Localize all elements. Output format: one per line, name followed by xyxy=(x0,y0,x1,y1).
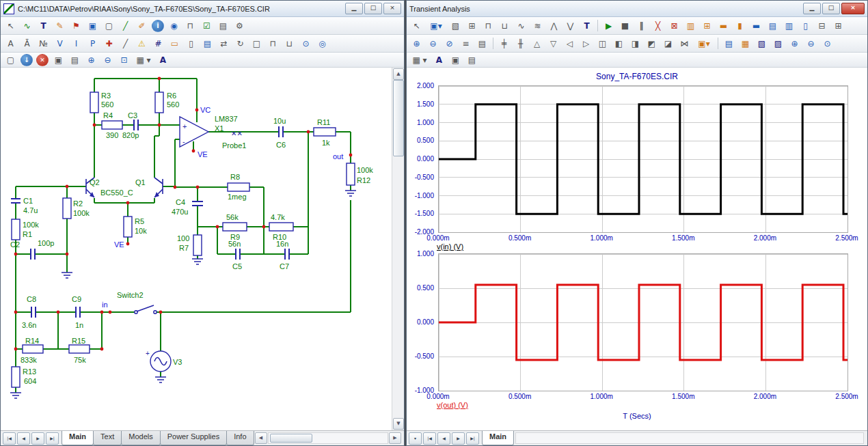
vscroll-thumb[interactable] xyxy=(393,80,404,156)
split-horizontal-icon[interactable]: ⊟ xyxy=(814,18,830,33)
list-view-icon[interactable]: ≡ xyxy=(458,36,474,51)
scope-menu-icon[interactable]: ▣▾ xyxy=(425,18,447,33)
digital-path-mode-icon[interactable]: ⊓ xyxy=(182,18,198,33)
font-select-icon[interactable]: A xyxy=(155,53,171,68)
go-first-button[interactable]: |◀ xyxy=(3,432,16,445)
data-points-toggle-icon[interactable]: ▥ xyxy=(683,18,699,33)
grid-select-icon[interactable]: ▦ ▾ xyxy=(409,53,431,68)
go-last-button[interactable]: ▶| xyxy=(466,432,479,445)
prev-point-icon[interactable]: ◁ xyxy=(562,36,578,51)
zoom-out-icon[interactable]: ⊖ xyxy=(100,53,116,68)
waveform-top-icon[interactable]: ⊓ xyxy=(480,18,496,33)
select-tool-icon[interactable]: ↖ xyxy=(3,18,18,33)
go-prev-button[interactable]: ◀ xyxy=(437,432,450,445)
zoom-plus-icon[interactable]: ⊕ xyxy=(787,36,802,51)
trace-label-1[interactable]: v(in) (V) xyxy=(437,242,463,251)
preferences-icon[interactable]: ⚙ xyxy=(232,18,247,33)
attribute-text-display-icon[interactable]: A xyxy=(3,36,18,51)
panel-two-icon[interactable]: ▤ xyxy=(765,18,781,33)
waveform-valley-icon[interactable]: ⋁ xyxy=(562,18,578,33)
copy-tool-icon[interactable]: ▣ xyxy=(448,53,463,68)
probe-cross-icon[interactable]: ╳ xyxy=(650,18,666,33)
text-mode-icon[interactable]: T xyxy=(36,18,51,33)
low-tag-icon[interactable]: ◧ xyxy=(611,36,627,51)
go-back-icon[interactable]: ↓ xyxy=(21,54,33,66)
schematic-canvas[interactable]: R3 560 R6 560 R4 390 C3 820p VC LM837 X1… xyxy=(1,68,392,430)
copy-view-icon[interactable]: ▣ xyxy=(51,53,66,68)
global-high-tag-icon[interactable]: ◩ xyxy=(644,36,660,51)
analysis-close-button[interactable]: × xyxy=(841,3,865,14)
schematic-hscrollbar[interactable]: ◀ ▶ xyxy=(255,433,401,444)
go-prev-button[interactable]: ◀ xyxy=(17,432,30,445)
waveform-bottom-icon[interactable]: ⊔ xyxy=(497,18,513,33)
currents-display-icon[interactable]: I xyxy=(68,36,84,51)
graphics-mode-icon[interactable]: ✎ xyxy=(52,18,68,33)
schematic-vscrollbar[interactable]: ▲ ▼ xyxy=(392,68,404,430)
grid-text-display-icon[interactable]: Ā xyxy=(19,36,35,51)
analysis-titlebar[interactable]: Transient Analysis ▁ □ × xyxy=(407,1,867,17)
zoom-area-icon[interactable]: ⊡ xyxy=(116,53,132,68)
ruler-toggle-icon[interactable]: ⊞ xyxy=(699,18,715,33)
panel-three-icon[interactable]: ▥ xyxy=(781,18,797,33)
close-button[interactable]: × xyxy=(383,3,401,14)
tab-main[interactable]: Main xyxy=(62,431,94,445)
grid-toggle-icon[interactable]: # xyxy=(150,36,166,51)
trace-label-2[interactable]: v(out) (V) xyxy=(437,401,468,409)
scales-tool-icon[interactable]: ▨ xyxy=(770,36,786,51)
hscroll-thumb[interactable] xyxy=(270,434,312,443)
info-mode-icon[interactable]: i xyxy=(152,20,164,32)
zoom-off-icon[interactable]: ⊘ xyxy=(442,36,457,51)
step-box-tool-icon[interactable]: □ xyxy=(249,36,265,51)
wire-mode-icon[interactable]: ∿ xyxy=(19,18,35,33)
notes-tool-icon[interactable]: ▤ xyxy=(721,36,737,51)
hscroll-track[interactable] xyxy=(268,432,388,444)
tile-vertical-icon[interactable]: ▮ xyxy=(732,18,748,33)
zoom-out-icon[interactable]: ⊖ xyxy=(425,36,441,51)
zoom-in-icon[interactable]: ⊕ xyxy=(83,53,99,68)
font-select-icon[interactable]: A xyxy=(431,53,447,68)
panel-menu-button[interactable]: ▾ xyxy=(409,432,422,445)
inflection-tag-icon[interactable]: ◨ xyxy=(627,36,643,51)
waveform-sine-icon[interactable]: ∿ xyxy=(513,18,529,33)
pause-button-icon[interactable]: ‖ xyxy=(634,18,649,33)
split-vertical-icon[interactable]: ⊞ xyxy=(830,18,846,33)
plot-1[interactable] xyxy=(438,85,848,233)
select-tool-icon[interactable]: ↖ xyxy=(409,18,424,33)
node-numbers-display-icon[interactable]: № xyxy=(36,36,51,51)
properties-grid-icon[interactable]: ▦ xyxy=(737,36,753,51)
color-brush-icon[interactable]: ✐ xyxy=(134,18,150,33)
power-display-icon[interactable]: P xyxy=(85,36,100,51)
waveform-peak-icon[interactable]: ⋀ xyxy=(546,18,562,33)
edit-view-icon[interactable]: ▤ xyxy=(474,36,490,51)
scroll-right-arrow[interactable]: ▶ xyxy=(389,432,401,444)
warning-display-icon[interactable]: ⚠ xyxy=(134,36,150,51)
new-view-icon[interactable]: ▢ xyxy=(3,53,18,68)
scroll-down-arrow[interactable]: ▼ xyxy=(393,418,404,430)
scroll-left-arrow[interactable]: ◀ xyxy=(255,432,267,444)
slope-display-icon[interactable]: ╱ xyxy=(118,36,133,51)
maximize-button[interactable]: □ xyxy=(364,3,382,14)
peak-tool-icon[interactable]: △ xyxy=(529,36,545,51)
zoom-minus-icon[interactable]: ⊖ xyxy=(803,36,819,51)
cursor-left-icon[interactable]: ╪ xyxy=(496,36,512,51)
analysis-maximize-button[interactable]: □ xyxy=(822,3,840,14)
rotate-tool-icon[interactable]: ↻ xyxy=(232,36,248,51)
global-low-tag-icon[interactable]: ◪ xyxy=(660,36,676,51)
pin-connections-display-icon[interactable]: ✚ xyxy=(101,36,117,51)
scroll-up-arrow[interactable]: ▲ xyxy=(393,68,404,80)
analysis-hscroll-track[interactable] xyxy=(515,432,864,444)
tile-horizontal-icon[interactable]: ▬ xyxy=(716,18,731,33)
stop-button-icon[interactable]: ■ xyxy=(617,18,633,33)
clipboard-menu-icon[interactable]: ▣▾ xyxy=(693,36,715,51)
axes-tool-icon[interactable]: ▧ xyxy=(754,36,770,51)
zoom-in-icon[interactable]: ⊕ xyxy=(409,36,424,51)
zoom-box-mode-icon[interactable]: ▧ xyxy=(448,18,463,33)
zoom-scope-icon[interactable]: ⊙ xyxy=(819,36,835,51)
sheet-properties-icon[interactable]: ▤ xyxy=(200,36,215,51)
go-next-button[interactable]: ▶ xyxy=(452,432,465,445)
cursor-mode-icon[interactable]: ⊞ xyxy=(464,18,480,33)
region-mode-icon[interactable]: ▤ xyxy=(215,18,231,33)
tab-main[interactable]: Main xyxy=(482,431,514,445)
high-tag-icon[interactable]: ◫ xyxy=(595,36,610,51)
text-mode-icon[interactable]: T xyxy=(579,18,595,33)
